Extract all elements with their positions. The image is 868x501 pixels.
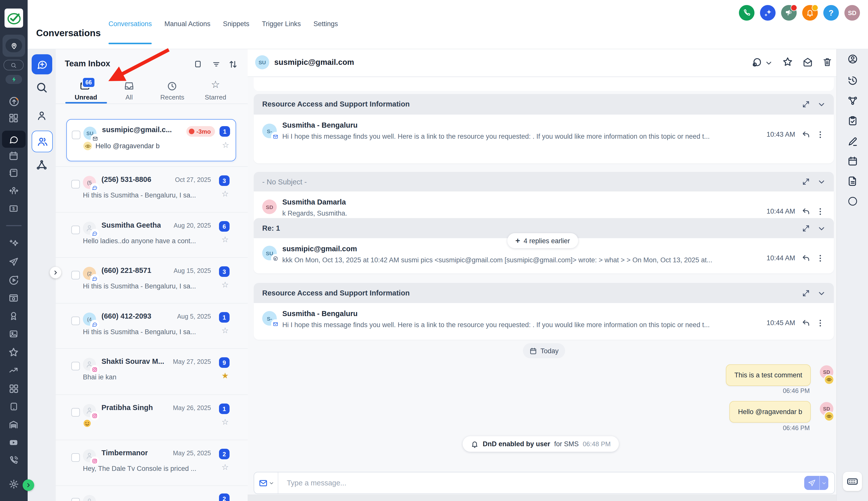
conversation-checkbox[interactable] [72, 131, 80, 139]
star-toggle[interactable]: ☆ [221, 462, 229, 472]
sidebar-item-reporting[interactable] [8, 365, 19, 375]
reply-button[interactable] [801, 254, 811, 263]
expand-icon[interactable] [802, 289, 810, 298]
conversation-list-item[interactable]: Timbermanor May 25, 2025 2 Hey, The Dale… [56, 440, 248, 486]
documents-button[interactable] [847, 176, 858, 186]
conversation-list-item[interactable]: (4 (660) 412-2093 Aug 5, 2025 1 Hi this … [56, 303, 248, 349]
reply-button[interactable] [801, 319, 811, 328]
conversation-checkbox[interactable] [71, 453, 80, 462]
network-view-button[interactable] [36, 159, 48, 171]
sort-button[interactable] [228, 59, 238, 70]
sidebar-item-reputation[interactable] [8, 347, 19, 358]
appointments-button[interactable] [847, 156, 858, 166]
mark-read-button[interactable] [802, 57, 813, 67]
star-toggle[interactable]: ☆ [221, 280, 229, 289]
ai-assistant-button[interactable] [760, 5, 775, 21]
conversation-list-item-partial[interactable]: 2 [56, 486, 248, 501]
message-menu-button[interactable] [816, 254, 825, 263]
expand-icon[interactable] [802, 100, 810, 108]
sidebar-item-mobile-app[interactable] [9, 402, 19, 412]
chevron-down-icon[interactable] [818, 290, 825, 297]
expand-icon[interactable] [802, 224, 810, 233]
reply-button[interactable] [801, 130, 811, 140]
sidebar-item-youtube[interactable] [8, 438, 19, 447]
message-menu-button[interactable] [816, 319, 825, 328]
conversation-list-item[interactable]: (5 (256) 531-8806 Oct 27, 2025 3 Hi this… [56, 166, 248, 213]
conversation-list-item-selected[interactable]: SU susmipic@gmail.c... -3mo 1 Hello @rag… [66, 119, 236, 161]
channel-select-button[interactable] [254, 472, 278, 493]
star-toggle[interactable]: ☆ [221, 417, 229, 427]
my-conversations-button[interactable] [36, 110, 47, 121]
conversation-list-item[interactable]: Susmitha Geetha Aug 20, 2025 6 Hello lad… [56, 212, 248, 258]
inbox-tab-starred[interactable]: ☆ Starred [194, 75, 237, 102]
conversation-list-item[interactable]: (2 (660) 221-8571 Aug 15, 2025 3 Hi this… [56, 257, 248, 303]
star-conversation-button[interactable] [782, 56, 793, 67]
conversation-type-button[interactable] [751, 57, 762, 68]
sidebar-item-dashboard[interactable] [9, 113, 19, 123]
conversation-checkbox[interactable] [71, 271, 80, 279]
sidebar-item-media[interactable] [9, 329, 19, 339]
tab-snippets[interactable]: Snippets [223, 0, 249, 47]
sidebar-search[interactable] [3, 60, 24, 70]
notifications-button[interactable] [802, 5, 818, 21]
team-inbox-button[interactable] [32, 131, 53, 152]
help-button[interactable]: ? [823, 5, 839, 21]
tab-conversations[interactable]: Conversations [109, 0, 152, 47]
announcements-button[interactable] [781, 5, 797, 21]
conversation-list-item[interactable]: Pratibha Singh May 26, 2025 1 ☆ [56, 394, 248, 441]
chevron-down-icon[interactable] [766, 60, 772, 66]
associations-button[interactable] [847, 95, 858, 106]
star-toggle[interactable]: ☆ [221, 326, 229, 335]
sidebar-item-opportunities[interactable] [9, 185, 19, 195]
conversation-checkbox[interactable] [71, 362, 80, 370]
sidebar-expand-button[interactable] [23, 479, 34, 491]
sidebar-item-assets[interactable] [8, 419, 19, 430]
select-all-button[interactable] [194, 59, 202, 69]
email-message-card[interactable]: S- Susmitha - Bengaluru Hi I hope this m… [254, 303, 834, 340]
sidebar-item-settings[interactable] [9, 479, 19, 489]
activity-history-button[interactable] [847, 75, 858, 86]
sidebar-item-contacts[interactable] [9, 168, 19, 178]
sidebar-item-app-marketplace[interactable] [9, 383, 19, 394]
email-section-header[interactable]: - No Subject - [254, 172, 834, 191]
conversation-list-item[interactable]: Shakti Sourav M... May 27, 2025 9 Bhai i… [56, 348, 248, 394]
star-toggle[interactable]: ☆ [222, 140, 229, 150]
app-logo[interactable] [4, 9, 23, 28]
star-toggle[interactable]: ★ [221, 371, 229, 381]
notes-button[interactable] [847, 136, 858, 147]
sidebar-item-payments[interactable]: $ [9, 203, 19, 214]
tab-manual-actions[interactable]: Manual Actions [164, 0, 210, 47]
email-section-header[interactable]: Resource Access and Support Information [254, 283, 834, 303]
filter-button[interactable] [211, 60, 221, 68]
sidebar-item-ai-agents[interactable] [9, 239, 19, 249]
phone-button[interactable] [739, 5, 755, 21]
message-input[interactable] [286, 478, 834, 488]
sidebar-item-marketing[interactable] [9, 257, 19, 267]
tab-settings[interactable]: Settings [313, 0, 338, 47]
email-section-header[interactable]: Resource Access and Support Information [254, 94, 834, 115]
message-menu-button[interactable] [816, 130, 825, 139]
user-avatar[interactable]: SD [844, 5, 860, 21]
conversation-search-button[interactable] [36, 82, 48, 94]
inbox-tab-all[interactable]: All [108, 75, 151, 102]
delete-conversation-button[interactable] [822, 57, 832, 67]
payments-button[interactable] [847, 196, 858, 206]
conversation-checkbox[interactable] [71, 408, 80, 417]
sidebar-item-calendars[interactable] [9, 151, 19, 161]
chevron-down-icon[interactable] [818, 178, 825, 185]
chevron-down-icon[interactable] [818, 101, 825, 108]
contact-details-button[interactable] [847, 54, 858, 64]
message-menu-button[interactable] [816, 207, 825, 216]
quick-actions[interactable] [6, 75, 22, 84]
send-button[interactable] [804, 476, 828, 490]
new-conversation-button[interactable] [32, 54, 52, 74]
location-switcher[interactable] [2, 35, 25, 57]
conversation-checkbox[interactable] [71, 226, 80, 234]
sidebar-item-phone[interactable] [8, 455, 19, 466]
star-toggle[interactable]: ☆ [221, 235, 229, 244]
keyboard-shortcuts-button[interactable] [843, 472, 862, 491]
sidebar-item-memberships[interactable] [9, 311, 19, 321]
conversation-checkbox[interactable] [71, 317, 80, 325]
email-message-card[interactable]: S- Susmitha - Bengaluru Hi I hope this m… [254, 115, 834, 163]
panel-collapse-button[interactable] [50, 267, 61, 278]
